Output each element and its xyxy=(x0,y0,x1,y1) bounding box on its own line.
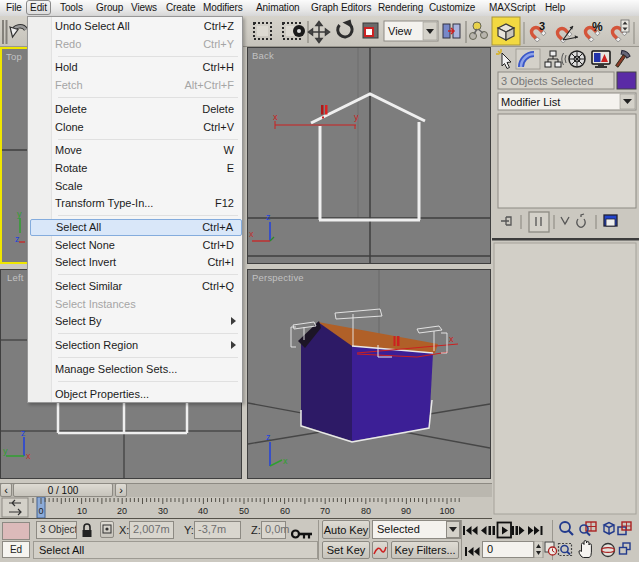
svg-text:y: y xyxy=(3,446,8,456)
svg-text:10: 10 xyxy=(77,506,87,516)
svg-text:0: 0 xyxy=(38,506,43,516)
svg-text:z: z xyxy=(266,212,271,222)
svg-text:z: z xyxy=(21,428,26,438)
svg-text:x: x xyxy=(273,112,278,122)
svg-text:100: 100 xyxy=(439,506,454,516)
svg-text:20: 20 xyxy=(117,506,127,516)
svg-text:60: 60 xyxy=(280,506,290,516)
svg-text:x: x xyxy=(449,334,454,344)
svg-text:3: 3 xyxy=(539,20,545,32)
svg-text:30: 30 xyxy=(158,506,168,516)
svg-text:90: 90 xyxy=(401,506,411,516)
svg-text:y: y xyxy=(17,209,22,219)
svg-text:50: 50 xyxy=(239,506,249,516)
svg-text:z: z xyxy=(266,432,271,442)
svg-text:%: % xyxy=(592,20,603,34)
svg-text:x: x xyxy=(249,229,254,239)
svg-text:View: View xyxy=(388,25,412,37)
svg-text:70: 70 xyxy=(320,506,330,516)
svg-text:80: 80 xyxy=(361,506,371,516)
svg-text:x: x xyxy=(283,456,288,466)
svg-text:Modifier List: Modifier List xyxy=(501,96,560,108)
svg-text:y: y xyxy=(354,112,359,122)
svg-text:3 Objects Selected: 3 Objects Selected xyxy=(501,75,593,87)
svg-text:40: 40 xyxy=(198,506,208,516)
svg-text:x: x xyxy=(26,451,31,461)
